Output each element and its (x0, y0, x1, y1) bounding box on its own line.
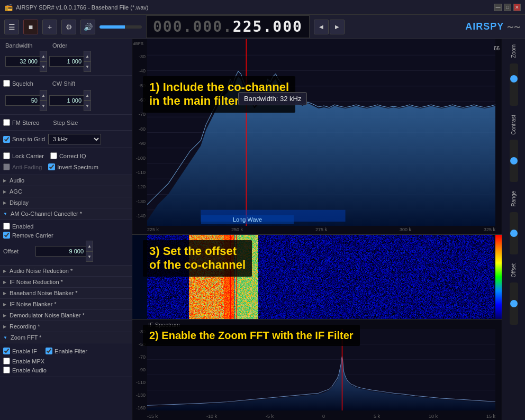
enable-if-checkbox[interactable] (3, 348, 10, 354)
waterfall-colorbar (495, 235, 502, 319)
remove-carrier-checkbox[interactable] (3, 232, 10, 239)
invert-spectrum-checkbox[interactable] (48, 163, 55, 170)
fm-step-section: FM Stereo Step Size (0, 115, 132, 131)
offset-down[interactable]: ▼ (86, 251, 93, 262)
agc-section-header[interactable]: ▶ AGC (0, 186, 132, 197)
cw-shift-label: CW Shift (52, 80, 82, 87)
if-y-tick: -130 (132, 392, 147, 398)
agc-arrow: ▶ (3, 189, 6, 194)
offset-input[interactable] (35, 246, 86, 257)
rec-arrow: ▶ (3, 324, 6, 329)
audio-section-header[interactable]: ▶ Audio (0, 175, 132, 186)
correct-iq-label: Correct IQ (59, 153, 86, 159)
squelch-up[interactable]: ▲ (40, 90, 47, 101)
bw-order-row: Bandwidth Order (3, 41, 129, 50)
fm-step-row: FM Stereo Step Size (3, 117, 129, 128)
close-button[interactable]: ✕ (513, 4, 521, 11)
main-layout: Bandwidth Order ▲ ▼ ▲ ▼ (0, 39, 525, 420)
enable-if-label: Enable IF (12, 348, 37, 354)
frequency-display: 000.000.225.000 (146, 15, 310, 38)
if-nb-header[interactable]: ▶ IF Noise Blanker * (0, 299, 132, 310)
spectrum-x-axis: 225 k 250 k 275 k 300 k 325 k (147, 227, 495, 232)
contrast-slider[interactable] (510, 140, 518, 182)
offset-slider[interactable] (510, 282, 518, 325)
correct-iq-checkbox[interactable] (50, 152, 57, 159)
snap-row: Snap to Grid 3 kHz 5 kHz 10 kHz 25 kHz (3, 133, 129, 145)
squelch-input[interactable] (5, 95, 40, 106)
stop-button[interactable]: ■ (23, 20, 38, 34)
range-slider[interactable] (510, 212, 518, 254)
y-tick: -140 (132, 213, 147, 218)
order-up[interactable]: ▲ (84, 51, 91, 61)
zoom-fft-arrow: ▼ (3, 335, 7, 340)
cw-shift-spin: ▲ ▼ (84, 90, 91, 111)
squelch-checkbox[interactable] (3, 80, 10, 87)
dbfs-label: dBFS (132, 41, 143, 46)
y-tick: -110 (132, 170, 147, 175)
enable-if-filter-row: Enable IF Enable Filter (3, 345, 129, 357)
squelch-input-group: ▲ ▼ (5, 90, 47, 111)
recording-header[interactable]: ▶ Recording * (0, 321, 132, 332)
baseband-nb-header[interactable]: ▶ Baseband Noise Blanker * (0, 288, 132, 299)
if-x-tick: -10 k (206, 414, 217, 419)
bandwidth-down[interactable]: ▼ (40, 61, 47, 72)
window-controls[interactable]: — □ ✕ (494, 4, 521, 11)
cw-shift-down[interactable]: ▼ (84, 101, 91, 111)
cw-shift-up[interactable]: ▲ (84, 90, 91, 101)
if-x-tick: 15 k (486, 414, 495, 419)
if-noise-reduction-header[interactable]: ▶ IF Noise Reduction * (0, 277, 132, 288)
longwave-label: Long Wave (201, 215, 294, 224)
squelch-cwshift-labels: Squelch CW Shift (3, 78, 129, 89)
enabled-checkbox[interactable] (3, 223, 10, 230)
volume-slider-container (99, 25, 142, 29)
y-tick: -130 (132, 199, 147, 204)
snap-to-grid-label: Snap to Grid (12, 136, 45, 142)
order-input[interactable] (49, 56, 84, 67)
enable-filter-row: Enable Filter (46, 346, 87, 355)
demod-nb-header[interactable]: ▶ Demodulator Noise Blanker * (0, 310, 132, 321)
zoom-slider[interactable] (510, 63, 518, 106)
am-cochannel-header[interactable]: ▼ AM Co-Channel Canceller * (0, 208, 132, 220)
cw-shift-input[interactable] (49, 95, 84, 106)
fm-stereo-label: FM Stereo (12, 120, 39, 126)
snap-dropdown[interactable]: 3 kHz 5 kHz 10 kHz 25 kHz (48, 134, 101, 144)
add-button[interactable]: + (42, 20, 57, 34)
snap-section: Snap to Grid 3 kHz 5 kHz 10 kHz 25 kHz (0, 131, 132, 148)
ifnr-arrow: ▶ (3, 280, 6, 285)
bandwidth-spin: ▲ ▼ (40, 51, 47, 72)
if-y-tick: -50 (132, 342, 147, 347)
bandwidth-input[interactable] (5, 56, 40, 67)
order-down[interactable]: ▼ (84, 61, 91, 72)
enable-mpx-row: Enable MPX (3, 357, 129, 366)
enable-filter-checkbox[interactable] (46, 348, 52, 354)
zoom-fft-header[interactable]: ▼ Zoom FFT * (0, 332, 132, 343)
if-spectrum-title: IF Spectrum (148, 322, 180, 328)
anti-fading-checkbox[interactable] (3, 163, 10, 170)
freq-left-button[interactable]: ◀ (314, 20, 329, 34)
maximize-button[interactable]: □ (504, 4, 511, 11)
lock-carrier-checkbox[interactable] (3, 152, 10, 159)
freq-right-button[interactable]: ▶ (330, 20, 345, 34)
settings-button[interactable]: ⚙ (61, 20, 76, 34)
offset-up[interactable]: ▲ (86, 241, 93, 251)
fm-stereo-checkbox[interactable] (3, 119, 10, 126)
bandwidth-up[interactable]: ▲ (40, 51, 47, 61)
menu-button[interactable]: ☰ (4, 20, 19, 34)
antifading-invert-row: Anti-Fading Invert Spectrum (3, 161, 129, 172)
enable-mpx-checkbox[interactable] (3, 358, 10, 364)
display-section-header[interactable]: ▶ Display (0, 197, 132, 208)
enable-audio-checkbox[interactable] (3, 367, 10, 373)
offset-label: Offset (3, 248, 32, 254)
if-y-tick: -90 (132, 367, 147, 372)
if-x-axis: -15 k -10 k -5 k 0 5 k 10 k 15 k (147, 414, 495, 419)
minimize-button[interactable]: — (494, 4, 502, 11)
squelch-down[interactable]: ▼ (40, 101, 47, 111)
snap-to-grid-checkbox[interactable] (3, 136, 10, 143)
volume-button[interactable]: 🔊 (80, 20, 95, 34)
audio-noise-reduction-header[interactable]: ▶ Audio Noise Reduction * (0, 266, 132, 277)
titlebar: 📻 AIRSPY SDR# v1.0.0.1766 - Baseband Fil… (0, 0, 525, 15)
if-y-tick: -30 (132, 329, 147, 334)
volume-slider[interactable] (99, 25, 142, 29)
x-tick: 325 k (484, 227, 495, 232)
y-tick: -50 (132, 83, 147, 88)
